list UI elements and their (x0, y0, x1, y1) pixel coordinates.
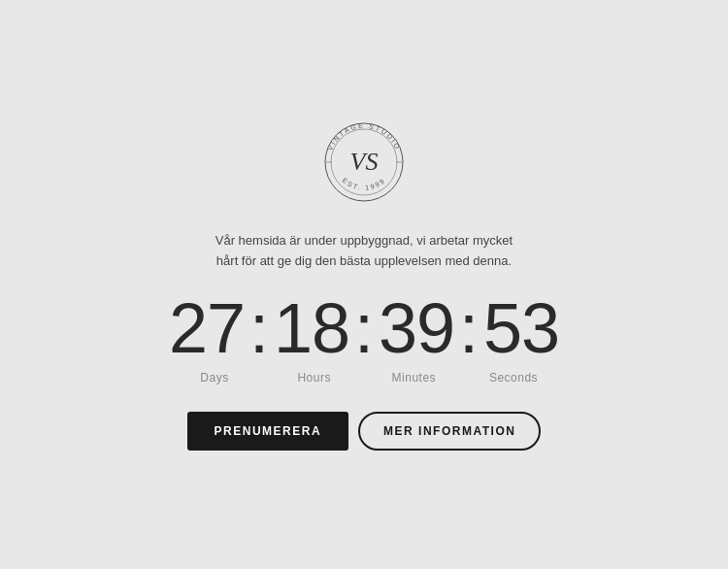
main-container: VINTAGE STUDIO EST. 1999 VS Vår hemsida … (168, 118, 560, 451)
separator-2: : (354, 293, 374, 363)
tagline-text: Vår hemsida är under uppbyggnad, vi arbe… (214, 231, 514, 272)
more-info-button[interactable]: MER INFORMATION (358, 412, 541, 451)
countdown-seconds: 53 (482, 293, 560, 363)
countdown-days: 27 (168, 293, 246, 363)
button-group: PRENUMERERA MER INFORMATION (187, 412, 542, 451)
countdown-minutes: 39 (378, 293, 455, 363)
svg-text:VS: VS (350, 148, 379, 176)
label-hours: Hours (276, 371, 353, 385)
countdown-labels: Days Hours Minutes Seconds (168, 371, 560, 385)
logo-svg: VINTAGE STUDIO EST. 1999 VS (320, 118, 408, 206)
countdown-display: 27 : 18 : 39 : 53 (168, 293, 560, 363)
label-seconds: Seconds (475, 371, 552, 385)
subscribe-button[interactable]: PRENUMERERA (187, 412, 349, 451)
label-minutes: Minutes (375, 371, 452, 385)
countdown-hours: 18 (273, 293, 350, 363)
svg-text:EST. 1999: EST. 1999 (341, 177, 386, 191)
logo-wrapper: VINTAGE STUDIO EST. 1999 VS (320, 118, 408, 210)
separator-1: : (249, 293, 269, 363)
label-days: Days (176, 371, 253, 385)
separator-3: : (459, 293, 479, 363)
